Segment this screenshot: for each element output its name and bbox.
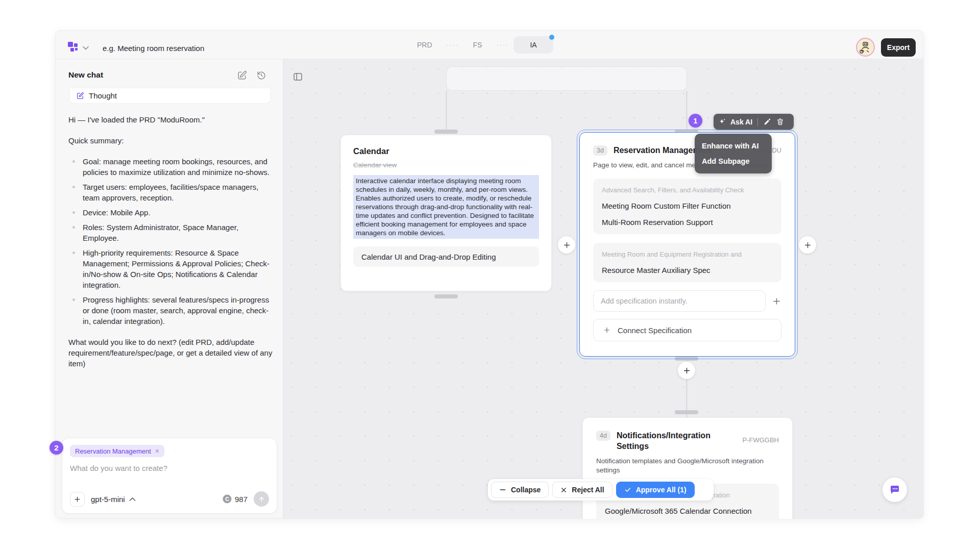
pencil-square-icon	[76, 92, 84, 100]
reject-all-button[interactable]: Reject All	[552, 482, 612, 498]
age-badge: 3d	[593, 145, 607, 156]
approve-all-button[interactable]: Approve All (1)	[616, 482, 695, 498]
sidebar-toggle-icon[interactable]	[292, 71, 304, 83]
spec-item[interactable]: Calendar UI and Drag-and-Drop Editing	[353, 246, 539, 267]
topbar: e.g. Meeting room reservation PRD ···· F…	[56, 31, 923, 59]
node-context-menu: Enhance with AI Add Subpage	[695, 134, 772, 173]
card-description-highlighted: Interactive calendar interface displayin…	[353, 175, 539, 239]
credits: C 987	[223, 494, 248, 504]
chat-composer[interactable]: Reservation Management × gpt-5-mini C 98…	[62, 438, 277, 514]
section-header: Advanced Search, Filters, and Availabili…	[602, 186, 773, 194]
plus-icon[interactable]	[772, 296, 781, 306]
edit-icon[interactable]	[763, 117, 772, 126]
tab-ia[interactable]: IA	[513, 36, 553, 54]
check-icon	[624, 486, 631, 493]
card-title: Notifications/Integration Settings	[617, 430, 724, 452]
node-handle[interactable]	[434, 294, 458, 298]
list-item: Progress highlights: several features/sp…	[68, 294, 275, 327]
x-icon	[560, 487, 567, 493]
app-logo-icon[interactable]	[68, 42, 79, 53]
credits-count: 987	[235, 495, 248, 504]
ia-canvas[interactable]: Calendar Calendar view Interactive calen…	[283, 59, 924, 519]
section-header: Meeting Room and Equipment Registration …	[602, 251, 773, 258]
notifications-card[interactable]: 4d Notifications/Integration Settings P-…	[582, 417, 793, 519]
spec-item[interactable]: Resource Master Auxiliary Spec	[602, 266, 773, 274]
calendar-card[interactable]: Calendar Calendar view Interactive calen…	[340, 135, 552, 291]
chat-bubble-icon	[889, 484, 901, 496]
plus-icon	[562, 241, 571, 249]
mode-tabs: PRD ···· FS ···· IA	[408, 31, 553, 59]
add-spec-row	[593, 290, 781, 312]
trash-icon[interactable]	[776, 117, 785, 126]
add-node-button[interactable]	[799, 236, 816, 254]
feature-section: Meeting Room and Equipment Registration …	[593, 243, 781, 282]
send-button[interactable]	[254, 491, 269, 507]
card-title: Calendar	[353, 146, 539, 156]
plus-icon	[682, 366, 691, 375]
parent-node-ghost	[446, 66, 687, 91]
history-icon[interactable]	[256, 70, 267, 82]
app-window: e.g. Meeting room reservation PRD ···· F…	[55, 30, 923, 518]
menu-item-enhance-with-ai[interactable]: Enhance with AI	[695, 138, 772, 154]
thought-toggle[interactable]: Thought	[69, 88, 271, 104]
new-chat-icon[interactable]	[237, 70, 248, 82]
review-action-bar: Collapse Reject All Approve All (1)	[488, 479, 714, 500]
node-toolbar: Ask AI	[714, 114, 794, 130]
menu-item-add-subpage[interactable]: Add Subpage	[695, 154, 772, 169]
export-button[interactable]: Export	[881, 38, 916, 57]
model-label: gpt-5-mini	[91, 495, 125, 504]
chat-sidebar: New chat Thought Hi — I've loaded the PR…	[56, 59, 283, 519]
message-summary-heading: Quick summary:	[68, 135, 275, 146]
collapse-button[interactable]: Collapse	[491, 482, 549, 498]
age-badge: 4d	[596, 431, 610, 441]
deleted-text: Calendar view	[353, 161, 539, 169]
unread-dot	[549, 35, 554, 40]
coin-icon: C	[223, 494, 232, 504]
model-selector[interactable]: gpt-5-mini	[91, 495, 136, 504]
spec-item[interactable]: Meeting Room Custom Filter Function	[602, 202, 773, 210]
project-title: e.g. Meeting room reservation	[103, 44, 204, 53]
chevron-up-icon	[129, 497, 136, 502]
list-item: Roles: System Administrator, Space Manag…	[68, 222, 275, 243]
message-intro: Hi — I've loaded the PRD "ModuRoom."	[68, 114, 275, 125]
minus-icon	[499, 486, 506, 493]
feedback-chat-button[interactable]	[883, 478, 907, 502]
avatar[interactable]	[856, 38, 875, 57]
chat-header: New chat	[68, 70, 270, 83]
node-handle[interactable]	[675, 410, 698, 414]
composer-toolbar: gpt-5-mini C 987	[70, 491, 269, 507]
thought-label: Thought	[89, 91, 117, 100]
context-tag[interactable]: Reservation Management ×	[70, 445, 164, 457]
feature-section: Advanced Search, Filters, and Availabili…	[593, 179, 781, 234]
connect-specification-button[interactable]: Connect Specification	[593, 319, 781, 341]
ask-ai-button[interactable]: Ask AI	[730, 118, 752, 126]
message-outro: What would you like to do next? (edit PR…	[68, 337, 275, 369]
sparkle-icon	[719, 118, 726, 126]
assistant-message: Hi — I've loaded the PRD "ModuRoom." Qui…	[68, 114, 275, 379]
attach-button[interactable]	[70, 492, 85, 507]
tab-fs[interactable]: FS	[464, 37, 492, 53]
close-icon[interactable]: ×	[155, 447, 159, 455]
context-tag-label: Reservation Management	[75, 447, 151, 455]
tab-connector-dots: ····	[496, 41, 508, 48]
list-item: Device: Mobile App.	[68, 207, 275, 218]
tab-connector-dots: ····	[447, 41, 459, 48]
summary-list: Goal: manage meeting room bookings, reso…	[68, 156, 275, 327]
card-subtitle: Notification templates and Google/Micros…	[596, 457, 779, 475]
page: e.g. Meeting room reservation PRD ···· F…	[0, 0, 980, 551]
add-node-button[interactable]	[678, 362, 695, 379]
composer-input[interactable]	[70, 464, 269, 472]
node-handle[interactable]	[675, 357, 698, 361]
add-spec-input[interactable]	[593, 290, 766, 312]
chevron-down-icon[interactable]	[83, 46, 89, 50]
add-node-button[interactable]	[558, 236, 575, 254]
list-item: Target users: employees, facilities/spac…	[68, 182, 275, 203]
node-handle[interactable]	[434, 130, 458, 134]
tab-prd[interactable]: PRD	[408, 37, 442, 53]
spec-item[interactable]: Google/Microsoft 365 Calendar Connection	[605, 507, 770, 515]
plus-icon	[803, 241, 812, 249]
plus-icon	[603, 326, 611, 334]
spec-item[interactable]: Multi-Room Reservation Support	[602, 218, 773, 227]
chat-header-title: New chat	[68, 70, 103, 79]
annotation-badge-2: 2	[50, 441, 63, 455]
